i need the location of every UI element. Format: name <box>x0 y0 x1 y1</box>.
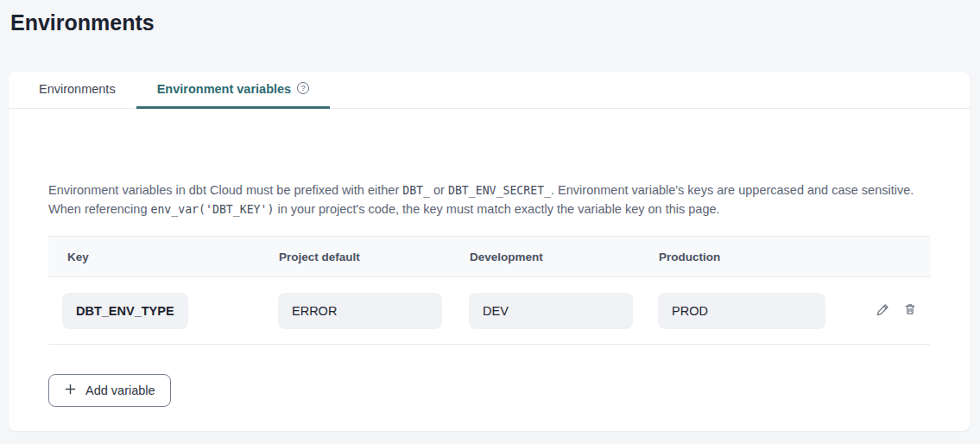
table-header-row: Key Project default Development Producti… <box>48 236 930 277</box>
delete-variable-button[interactable] <box>902 301 918 320</box>
description-segment: in your project's code, the key must mat… <box>274 202 719 216</box>
edit-icon <box>875 301 891 320</box>
variable-key-pill: DBT_ENV_TYPE <box>62 293 188 329</box>
environment-variables-table: Key Project default Development Producti… <box>48 236 930 345</box>
code-prefix-dbt-env-secret: DBT_ENV_SECRET_ <box>448 184 551 197</box>
page-title: Environments <box>10 9 971 36</box>
code-prefix-dbt: DBT_ <box>402 184 430 197</box>
code-env-var-example: env_var('DBT_KEY') <box>150 203 274 216</box>
description-segment: or <box>430 183 448 197</box>
edit-variable-button[interactable] <box>875 301 891 320</box>
tab-environments[interactable]: Environments <box>18 72 136 109</box>
column-header-project-default: Project default <box>268 251 458 263</box>
cell-development: DEV <box>458 293 648 329</box>
plus-icon <box>64 383 77 398</box>
environments-card: Environments Environment variables ? Env… <box>9 72 970 431</box>
tab-environment-variables[interactable]: Environment variables ? <box>136 72 331 109</box>
cell-key: DBT_ENV_TYPE <box>48 293 268 329</box>
environments-page: Environments Environments Environment va… <box>0 0 980 431</box>
production-value: PROD <box>658 293 825 329</box>
tab-bar: Environments Environment variables ? <box>9 72 970 109</box>
add-variable-button[interactable]: Add variable <box>48 374 171 407</box>
description-text: Environment variables in dbt Cloud must … <box>48 181 930 219</box>
project-default-value: ERROR <box>278 293 442 329</box>
description-segment: Environment variables in dbt Cloud must … <box>48 183 402 197</box>
delete-icon <box>902 301 918 320</box>
tab-environment-variables-label: Environment variables <box>157 82 292 96</box>
column-header-key: Key <box>48 251 268 263</box>
row-actions <box>838 301 930 320</box>
cell-project-default: ERROR <box>268 293 458 329</box>
add-variable-label: Add variable <box>85 384 155 397</box>
development-value: DEV <box>469 293 633 329</box>
table-row: DBT_ENV_TYPE ERROR DEV PROD <box>48 277 930 345</box>
tab-content: Environment variables in dbt Cloud must … <box>9 109 970 407</box>
column-header-development: Development <box>458 251 648 263</box>
help-icon[interactable]: ? <box>297 82 309 94</box>
column-header-production: Production <box>648 251 838 263</box>
cell-production: PROD <box>648 293 838 329</box>
tab-environments-label: Environments <box>39 82 116 96</box>
